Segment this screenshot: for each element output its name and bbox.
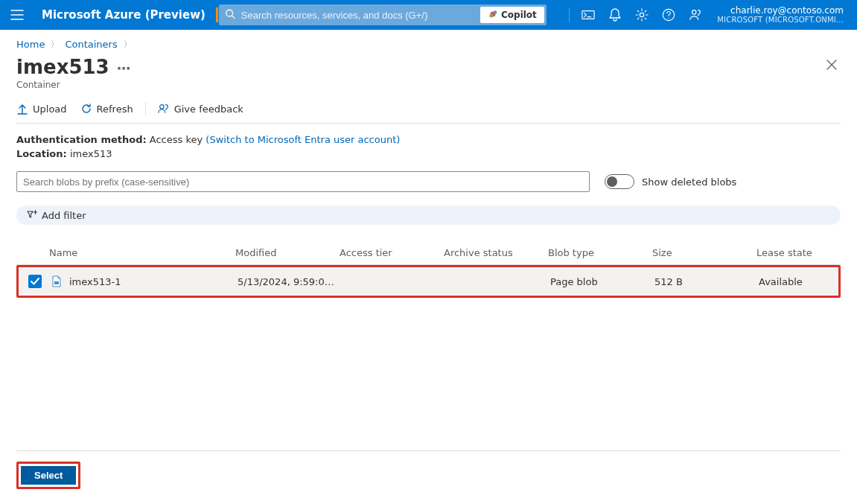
svg-point-8 bbox=[692, 10, 696, 14]
column-blob-type[interactable]: Blob type bbox=[545, 247, 649, 258]
svg-point-4 bbox=[489, 14, 493, 18]
cloud-shell-icon[interactable] bbox=[576, 2, 601, 28]
chevron-right-icon: 〉 bbox=[124, 39, 132, 50]
cell-lease-state: Available bbox=[756, 276, 845, 287]
column-access-tier[interactable]: Access tier bbox=[337, 247, 441, 258]
auth-method-label: Authentication method: bbox=[16, 134, 147, 145]
search-icon bbox=[225, 9, 235, 22]
show-deleted-label: Show deleted blobs bbox=[642, 176, 736, 188]
hamburger-menu-icon[interactable] bbox=[6, 4, 28, 26]
breadcrumb: Home 〉 Containers 〉 bbox=[16, 39, 841, 50]
refresh-icon bbox=[80, 103, 92, 115]
upload-button[interactable]: Upload bbox=[16, 103, 67, 115]
copilot-icon bbox=[488, 9, 498, 22]
svg-rect-10 bbox=[54, 281, 59, 284]
account-menu[interactable]: charlie.roy@contoso.com MICROSOFT (MICRO… bbox=[710, 5, 851, 25]
highlighted-select-frame: Select bbox=[16, 462, 80, 489]
cell-blob-type: Page blob bbox=[547, 276, 651, 287]
upload-label: Upload bbox=[33, 103, 67, 115]
page-subtitle: Container bbox=[16, 80, 130, 90]
filter-plus-icon bbox=[27, 209, 37, 221]
feedback-person-icon[interactable] bbox=[683, 2, 708, 28]
show-deleted-toggle-wrap: Show deleted blobs bbox=[605, 174, 736, 189]
table-row[interactable]: imex513-1 5/13/2024, 9:59:09 AM Page blo… bbox=[19, 269, 838, 294]
feedback-icon bbox=[158, 103, 170, 115]
notifications-icon[interactable] bbox=[602, 2, 628, 28]
table-header: Name Modified Access tier Archive status… bbox=[16, 241, 841, 265]
account-org: MICROSOFT (MICROSOFT.ONMI... bbox=[717, 16, 844, 25]
column-name[interactable]: Name bbox=[46, 247, 232, 258]
auth-method-row: Authentication method: Access key (Switc… bbox=[16, 134, 841, 145]
switch-auth-link[interactable]: (Switch to Microsoft Entra user account) bbox=[206, 134, 400, 145]
help-icon[interactable] bbox=[656, 2, 681, 28]
column-size[interactable]: Size bbox=[649, 247, 754, 258]
highlighted-row-frame: imex513-1 5/13/2024, 9:59:09 AM Page blo… bbox=[16, 265, 841, 298]
file-icon bbox=[51, 275, 63, 287]
location-row: Location: imex513 bbox=[16, 148, 841, 159]
add-filter-button[interactable]: Add filter bbox=[16, 205, 841, 225]
more-actions-icon[interactable]: ⋯ bbox=[117, 62, 130, 75]
location-value: imex513 bbox=[70, 148, 112, 159]
svg-rect-5 bbox=[582, 11, 594, 19]
settings-gear-icon[interactable] bbox=[629, 2, 654, 28]
give-feedback-button[interactable]: Give feedback bbox=[158, 103, 243, 115]
cell-name: imex513-1 bbox=[69, 276, 121, 287]
brand-label[interactable]: Microsoft Azure (Preview) bbox=[34, 8, 213, 22]
page: Home 〉 Containers 〉 imex513 ⋯ Container … bbox=[0, 30, 857, 504]
blob-prefix-search-input[interactable] bbox=[16, 171, 590, 192]
chevron-right-icon: 〉 bbox=[51, 39, 59, 50]
column-archive-status[interactable]: Archive status bbox=[441, 247, 545, 258]
copilot-button[interactable]: Copilot bbox=[480, 7, 544, 23]
search-accent-bar bbox=[216, 7, 218, 22]
add-filter-label: Add filter bbox=[42, 210, 86, 221]
top-bar: Microsoft Azure (Preview) Copilot bbox=[0, 0, 857, 30]
svg-point-6 bbox=[640, 13, 644, 16]
controls-row: Show deleted blobs bbox=[16, 171, 841, 192]
refresh-label: Refresh bbox=[97, 103, 133, 115]
svg-line-1 bbox=[232, 16, 235, 19]
top-icons: charlie.roy@contoso.com MICROSOFT (MICRO… bbox=[564, 2, 851, 28]
auth-method-value: Access key bbox=[150, 134, 203, 145]
page-title-text: imex513 bbox=[16, 56, 109, 78]
toggle-knob bbox=[607, 176, 617, 187]
page-title: imex513 ⋯ bbox=[16, 56, 130, 78]
select-button[interactable]: Select bbox=[21, 466, 76, 485]
row-checkbox[interactable] bbox=[28, 275, 42, 288]
cell-modified: 5/13/2024, 9:59:09 AM bbox=[235, 276, 339, 287]
command-bar: Upload Refresh Give feedback bbox=[16, 102, 841, 124]
refresh-button[interactable]: Refresh bbox=[80, 103, 133, 115]
show-deleted-toggle[interactable] bbox=[605, 174, 634, 189]
breadcrumb-item-home[interactable]: Home bbox=[16, 39, 45, 50]
page-header: imex513 ⋯ Container bbox=[16, 56, 841, 102]
close-icon[interactable] bbox=[823, 56, 841, 76]
footer: Select bbox=[16, 450, 841, 504]
cell-size: 512 B bbox=[651, 276, 756, 287]
location-label: Location: bbox=[16, 148, 67, 159]
blobs-table: Name Modified Access tier Archive status… bbox=[16, 241, 841, 298]
feedback-label: Give feedback bbox=[174, 103, 243, 115]
breadcrumb-item-containers[interactable]: Containers bbox=[65, 39, 117, 50]
column-modified[interactable]: Modified bbox=[232, 247, 337, 258]
copilot-label: Copilot bbox=[501, 10, 537, 20]
svg-point-3 bbox=[494, 10, 497, 14]
divider bbox=[145, 102, 146, 115]
column-lease-state[interactable]: Lease state bbox=[754, 247, 843, 258]
global-search: Copilot bbox=[219, 4, 547, 25]
svg-point-9 bbox=[159, 105, 163, 109]
divider bbox=[569, 7, 570, 22]
upload-icon bbox=[16, 103, 28, 115]
account-email: charlie.roy@contoso.com bbox=[730, 5, 844, 16]
